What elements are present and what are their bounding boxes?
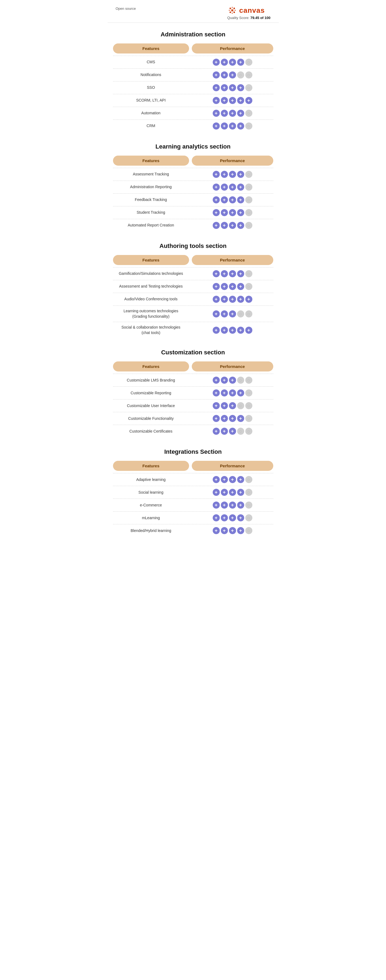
feature-cell: e-Commerce: [113, 503, 189, 508]
table-header-integrations: FeaturesPerformance: [113, 461, 273, 471]
section-analytics: Learning analytics sectionFeaturesPerfor…: [108, 135, 279, 234]
dot-filled-icon: +: [229, 222, 236, 229]
dot-empty-icon: ○: [237, 402, 244, 409]
section-authoring: Authoring tools sectionFeaturesPerforman…: [108, 234, 279, 341]
performance-cell: +++○○: [192, 428, 273, 435]
feature-cell: Automated Report Creation: [113, 223, 189, 228]
dot-filled-icon: +: [213, 310, 220, 317]
table-row: e-Commerce++++○: [113, 498, 273, 511]
performance-cell: ++++○: [192, 196, 273, 204]
feature-cell: Assessment Tracking: [113, 172, 189, 177]
dot-filled-icon: +: [237, 184, 244, 191]
features-header-analytics: Features: [113, 156, 189, 165]
dot-filled-icon: +: [245, 296, 252, 303]
dot-empty-icon: ○: [245, 390, 252, 396]
performance-cell: ++++○: [192, 390, 273, 396]
svg-point-9: [228, 10, 230, 11]
brand: canvas: [227, 5, 271, 15]
dot-filled-icon: +: [221, 377, 228, 384]
dot-filled-icon: +: [229, 310, 236, 317]
dot-filled-icon: +: [213, 501, 220, 509]
dot-filled-icon: +: [221, 209, 228, 216]
dot-filled-icon: +: [229, 270, 236, 277]
dot-filled-icon: +: [229, 327, 236, 334]
table-row: Gamification/Simulations technologies+++…: [113, 267, 273, 280]
dot-empty-icon: ○: [237, 72, 244, 78]
dot-filled-icon: +: [245, 97, 252, 104]
dot-filled-icon: +: [213, 110, 220, 117]
dot-filled-icon: +: [221, 123, 228, 129]
svg-point-4: [233, 8, 235, 9]
svg-point-10: [234, 10, 236, 11]
table-row: Administration Reporting++++○: [113, 181, 273, 193]
feature-cell: CMS: [113, 59, 189, 65]
dot-filled-icon: +: [237, 415, 244, 422]
dot-filled-icon: +: [229, 123, 236, 129]
dot-filled-icon: +: [213, 84, 220, 91]
dot-filled-icon: +: [229, 501, 236, 509]
canvas-logo-icon: [227, 5, 237, 15]
dot-filled-icon: +: [237, 327, 244, 334]
dot-filled-icon: +: [237, 59, 244, 66]
performance-cell: ++++○: [192, 110, 273, 117]
performance-cell: ++++○: [192, 514, 273, 521]
dot-filled-icon: +: [229, 402, 236, 409]
feature-cell: Audio/Video Conferencing tools: [113, 296, 189, 302]
feature-cell: mLearning: [113, 515, 189, 521]
dot-filled-icon: +: [229, 296, 236, 303]
table-row: CRM++++○: [113, 119, 273, 132]
dot-empty-icon: ○: [245, 171, 252, 178]
performance-cell: ++++○: [192, 123, 273, 129]
dot-filled-icon: +: [221, 196, 228, 204]
dot-empty-icon: ○: [245, 310, 252, 317]
dot-filled-icon: +: [213, 390, 220, 396]
dot-filled-icon: +: [213, 377, 220, 384]
dot-filled-icon: +: [221, 402, 228, 409]
feature-cell: Social learning: [113, 490, 189, 495]
dot-filled-icon: +: [237, 97, 244, 104]
dot-empty-icon: ○: [245, 501, 252, 509]
table-row: SCORM, LTI, API+++++: [113, 94, 273, 107]
table-row: Automated Report Creation++++○: [113, 219, 273, 232]
table-row: Customizable User Interface+++○○: [113, 399, 273, 412]
performance-cell: +++++: [192, 296, 273, 303]
dot-filled-icon: +: [229, 196, 236, 204]
feature-cell: CRM: [113, 123, 189, 129]
table-row: Social & collaboration technologies (cha…: [113, 322, 273, 338]
performance-cell: ++++○: [192, 222, 273, 229]
feature-cell: Customizable LMS Branding: [113, 378, 189, 383]
section-title-analytics: Learning analytics section: [113, 143, 273, 150]
dot-empty-icon: ○: [245, 489, 252, 496]
dot-filled-icon: +: [213, 72, 220, 78]
features-header-admin: Features: [113, 43, 189, 54]
dot-filled-icon: +: [229, 59, 236, 66]
dot-empty-icon: ○: [245, 110, 252, 117]
dot-empty-icon: ○: [245, 514, 252, 521]
dot-filled-icon: +: [221, 59, 228, 66]
dot-filled-icon: +: [221, 84, 228, 91]
dot-empty-icon: ○: [237, 428, 244, 435]
table-row: Assessment and Testing technologies++++○: [113, 280, 273, 293]
dot-filled-icon: +: [213, 196, 220, 204]
section-title-customization: Customization section: [113, 349, 273, 356]
dot-filled-icon: +: [221, 428, 228, 435]
dot-filled-icon: +: [221, 222, 228, 229]
dot-empty-icon: ○: [245, 377, 252, 384]
feature-cell: Feedback Tracking: [113, 197, 189, 202]
dot-filled-icon: +: [237, 390, 244, 396]
dot-filled-icon: +: [229, 184, 236, 191]
features-header-customization: Features: [113, 361, 189, 371]
dot-empty-icon: ○: [245, 402, 252, 409]
dot-filled-icon: +: [237, 171, 244, 178]
dot-empty-icon: ○: [245, 283, 252, 290]
dot-filled-icon: +: [221, 527, 228, 534]
dot-filled-icon: +: [221, 415, 228, 422]
dot-filled-icon: +: [213, 270, 220, 277]
performance-cell: ++++○: [192, 84, 273, 91]
dot-filled-icon: +: [229, 476, 236, 483]
table-row: Student Tracking++++○: [113, 206, 273, 219]
table-analytics: FeaturesPerformanceAssessment Tracking++…: [113, 156, 273, 232]
dot-filled-icon: +: [237, 476, 244, 483]
dot-filled-icon: +: [213, 402, 220, 409]
dot-empty-icon: ○: [245, 184, 252, 191]
